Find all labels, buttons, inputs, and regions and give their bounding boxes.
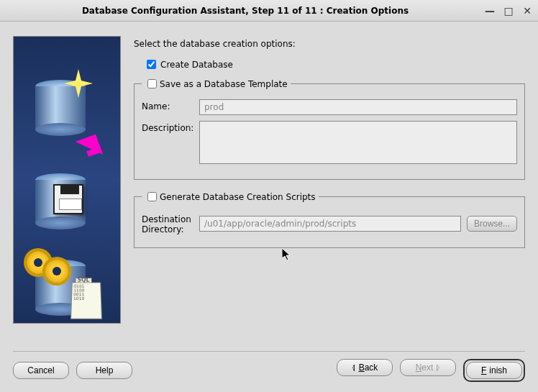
- gen-scripts-label: Generate Database Creation Scripts: [160, 192, 316, 202]
- next-button[interactable]: Next ⦊: [400, 359, 456, 376]
- create-db-label: Create Database: [160, 60, 233, 70]
- template-desc-label: Description:: [142, 121, 199, 133]
- gen-scripts-legend: Generate Database Creation Scripts: [142, 190, 319, 204]
- back-label: ack: [365, 363, 378, 373]
- chevron-right-icon: ⦊: [436, 363, 440, 373]
- dest-dir-input[interactable]: [199, 216, 461, 232]
- main-panel: Select the database creation options: Cr…: [134, 36, 525, 324]
- titlebar: Database Configuration Assistant, Step 1…: [0, 0, 538, 22]
- dest-dir-label: Destination Directory:: [142, 212, 199, 234]
- template-name-label: Name:: [142, 99, 199, 111]
- intro-text: Select the database creation options:: [134, 36, 525, 49]
- wizard-side-image: 0101110000111010: [13, 36, 121, 324]
- svg-marker-0: [64, 69, 93, 98]
- template-desc-textarea[interactable]: [199, 121, 517, 164]
- minimize-icon[interactable]: —: [485, 6, 495, 16]
- next-label: ext: [421, 363, 433, 373]
- maximize-icon[interactable]: □: [503, 6, 514, 16]
- finish-label: inish: [489, 365, 507, 375]
- floppy-icon: [53, 184, 83, 214]
- template-name-input[interactable]: [199, 99, 517, 115]
- save-template-checkbox[interactable]: [147, 79, 157, 88]
- chevron-left-icon: ⦉: [352, 363, 356, 373]
- sparkle-icon: [64, 69, 93, 98]
- save-template-label: Save as a Database Template: [160, 79, 288, 89]
- help-button[interactable]: Help: [76, 362, 132, 379]
- arrow-icon: [76, 135, 103, 162]
- save-template-group: Save as a Database Template Name: Descri…: [134, 77, 525, 180]
- create-db-option: Create Database: [144, 58, 525, 71]
- browse-button[interactable]: Browse...: [467, 216, 517, 232]
- window-controls: — □ ✕: [485, 6, 532, 16]
- gen-scripts-group: Generate Database Creation Scripts Desti…: [134, 190, 525, 248]
- create-db-checkbox[interactable]: [147, 60, 156, 69]
- script-icon: 0101110000111010: [70, 283, 102, 319]
- save-template-legend: Save as a Database Template: [142, 77, 291, 91]
- close-icon[interactable]: ✕: [522, 6, 532, 16]
- gen-scripts-checkbox[interactable]: [147, 192, 157, 201]
- window-title: Database Configuration Assistant, Step 1…: [6, 6, 485, 16]
- cancel-button[interactable]: Cancel: [13, 362, 69, 379]
- button-bar: Cancel Help ⦉ Back Next ⦊ Finish: [13, 351, 525, 382]
- finish-button[interactable]: Finish: [466, 362, 522, 379]
- content-area: 0101110000111010 Select the database cre…: [0, 22, 538, 331]
- back-button[interactable]: ⦉ Back: [337, 359, 393, 376]
